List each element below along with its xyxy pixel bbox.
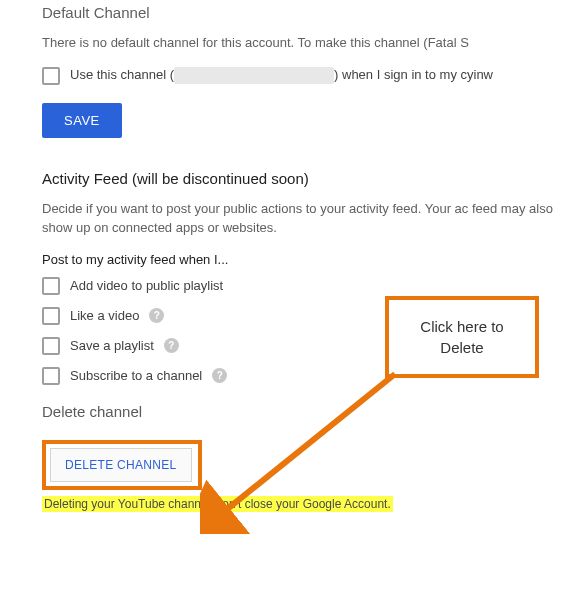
activity-feed-description: Decide if you want to post your public a… xyxy=(42,199,563,238)
save-button[interactable]: SAVE xyxy=(42,103,122,138)
option-row-0: Add video to public playlist xyxy=(42,277,563,295)
use-channel-checkbox[interactable] xyxy=(42,67,60,85)
option-checkbox-3[interactable] xyxy=(42,367,60,385)
activity-feed-subtitle: Post to my activity feed when I... xyxy=(42,252,563,267)
option-label-3: Subscribe to a channel xyxy=(70,368,202,383)
delete-button-highlight: DELETE CHANNEL xyxy=(42,440,202,490)
use-channel-label: Use this channel () when I sign in to my… xyxy=(70,67,493,84)
default-channel-title: Default Channel xyxy=(42,4,563,21)
option-label-0: Add video to public playlist xyxy=(70,278,223,293)
help-icon[interactable]: ? xyxy=(212,368,227,383)
help-icon[interactable]: ? xyxy=(164,338,179,353)
help-icon[interactable]: ? xyxy=(149,308,164,323)
option-checkbox-2[interactable] xyxy=(42,337,60,355)
delete-channel-title: Delete channel xyxy=(42,403,563,420)
redacted-channel-name xyxy=(174,67,334,84)
option-label-1: Like a video xyxy=(70,308,139,323)
activity-feed-title: Activity Feed (will be discontinued soon… xyxy=(42,170,563,187)
option-checkbox-1[interactable] xyxy=(42,307,60,325)
option-checkbox-0[interactable] xyxy=(42,277,60,295)
option-label-2: Save a playlist xyxy=(70,338,154,353)
annotation-callout: Click here to Delete xyxy=(385,296,539,378)
delete-channel-warning: Deleting your YouTube channel won't clos… xyxy=(42,496,393,512)
default-channel-description: There is no default channel for this acc… xyxy=(42,33,563,53)
delete-channel-button[interactable]: DELETE CHANNEL xyxy=(50,448,192,482)
use-channel-row: Use this channel () when I sign in to my… xyxy=(42,67,563,85)
